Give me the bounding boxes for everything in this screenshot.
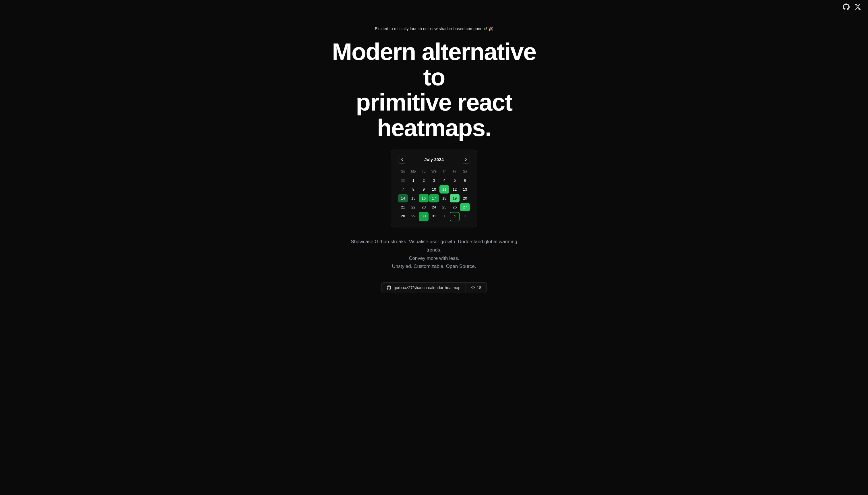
- description-line3: Unstyled. Customizable. Open Source.: [392, 263, 476, 269]
- calendar-weekday: We: [429, 168, 439, 176]
- svg-marker-0: [471, 286, 475, 289]
- repo-badge: gurbaaz27/shadcn-calendar-heatmap 18: [381, 282, 487, 293]
- calendar-grid: SuMoTuWeThFrSa30123456789101112131415161…: [398, 168, 470, 221]
- repo-github-icon: [387, 285, 391, 290]
- calendar-weekday: Sa: [460, 168, 470, 176]
- calendar: July 2024 SuMoTuWeThFrSa3012345678910111…: [391, 150, 477, 227]
- calendar-prev-button[interactable]: [398, 156, 406, 164]
- calendar-day[interactable]: 10: [429, 185, 439, 193]
- repo-name: gurbaaz27/shadcn-calendar-heatmap: [394, 285, 461, 290]
- calendar-day[interactable]: 18: [439, 194, 449, 202]
- hero-title-line1: Modern alternative to: [332, 38, 536, 90]
- calendar-day[interactable]: 3: [460, 212, 470, 221]
- repo-stars-section[interactable]: 18: [466, 283, 487, 293]
- calendar-day[interactable]: 25: [439, 203, 449, 211]
- calendar-day[interactable]: 13: [460, 185, 470, 193]
- calendar-weekday: Th: [439, 168, 449, 176]
- calendar-day[interactable]: 24: [429, 203, 439, 211]
- calendar-day[interactable]: 14: [398, 194, 408, 202]
- calendar-day[interactable]: 6: [460, 176, 470, 185]
- calendar-day[interactable]: 26: [450, 203, 459, 211]
- calendar-day[interactable]: 17: [429, 194, 439, 202]
- calendar-header: July 2024: [398, 156, 470, 164]
- calendar-day[interactable]: 23: [419, 203, 429, 211]
- github-icon: [843, 3, 850, 10]
- calendar-day[interactable]: 19: [450, 194, 459, 202]
- description-line1: Showcase Github streaks. Visualise user …: [351, 239, 517, 253]
- calendar-day[interactable]: 4: [439, 176, 449, 185]
- calendar-day[interactable]: 8: [409, 185, 418, 193]
- calendar-day[interactable]: 28: [398, 212, 408, 221]
- calendar-day[interactable]: 21: [398, 203, 408, 211]
- github-nav-link[interactable]: [843, 3, 850, 12]
- description-line2: Convey more with less.: [409, 256, 459, 261]
- repo-name-section: gurbaaz27/shadcn-calendar-heatmap: [381, 283, 466, 293]
- calendar-day[interactable]: 9: [419, 185, 429, 193]
- main-content: Excited to officially launch our new sha…: [319, 15, 549, 305]
- calendar-day[interactable]: 1: [409, 176, 418, 185]
- chevron-left-icon: [401, 158, 403, 161]
- calendar-day[interactable]: 1: [439, 212, 449, 221]
- calendar-day[interactable]: 20: [460, 194, 470, 202]
- calendar-day[interactable]: 29: [409, 212, 418, 221]
- x-twitter-icon: [854, 3, 861, 10]
- calendar-day[interactable]: 7: [398, 185, 408, 193]
- calendar-month-title: July 2024: [424, 157, 444, 162]
- calendar-weekday: Tu: [419, 168, 429, 176]
- announcement-badge: Excited to officially launch our new sha…: [375, 27, 493, 31]
- star-icon: [471, 286, 475, 290]
- calendar-day[interactable]: 2: [419, 176, 429, 185]
- calendar-weekday: Su: [398, 168, 408, 176]
- calendar-day[interactable]: 22: [409, 203, 418, 211]
- calendar-day[interactable]: 15: [409, 194, 418, 202]
- navbar: [0, 0, 868, 15]
- calendar-day[interactable]: 27: [460, 203, 470, 211]
- calendar-day[interactable]: 12: [450, 185, 459, 193]
- calendar-day[interactable]: 3: [429, 176, 439, 185]
- twitter-nav-link[interactable]: [854, 3, 861, 12]
- calendar-weekday: Fr: [450, 168, 459, 176]
- hero-title: Modern alternative to primitive react he…: [325, 39, 543, 140]
- chevron-right-icon: [465, 158, 467, 161]
- calendar-day[interactable]: 5: [450, 176, 459, 185]
- calendar-day[interactable]: 16: [419, 194, 429, 202]
- calendar-day[interactable]: 11: [439, 185, 449, 193]
- calendar-day[interactable]: 30: [398, 176, 408, 185]
- calendar-weekday: Mo: [409, 168, 418, 176]
- calendar-next-button[interactable]: [462, 156, 470, 164]
- repo-star-count: 18: [477, 285, 481, 290]
- calendar-day[interactable]: 2: [450, 212, 459, 221]
- calendar-day[interactable]: 31: [429, 212, 439, 221]
- hero-title-line2: primitive react heatmaps.: [356, 89, 512, 141]
- calendar-day[interactable]: 30: [419, 212, 429, 221]
- description: Showcase Github streaks. Visualise user …: [348, 238, 520, 271]
